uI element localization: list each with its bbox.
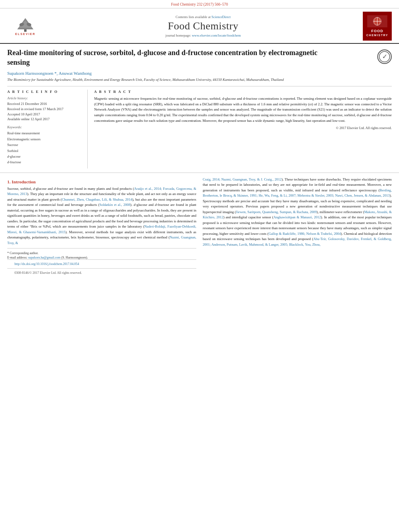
intro-para-right-1: Craig, 2014; Nazmi, Guangnan, Troy, & J.… xyxy=(203,177,392,247)
food-chemistry-badge: FOOD CHEMISTRY xyxy=(363,12,392,41)
elsevier-tree-icon xyxy=(15,17,35,33)
email-suffix: (S. Harnsoongnoen). xyxy=(61,256,88,259)
received-date: Received 21 December 2016 xyxy=(7,101,82,107)
journal-homepage: journal homepage: www.elsevier.com/locat… xyxy=(43,33,363,37)
keyword-4: Sorbitol xyxy=(7,148,82,154)
affiliation-content: The Biomimicry for Sustainable Agricultu… xyxy=(7,78,284,82)
article-history: Article history: Received 21 December 20… xyxy=(7,96,82,122)
keywords-list: Real-time measurement Electromagnetic se… xyxy=(7,130,82,165)
article-info-abstract: A R T I C L E I N F O Article history: R… xyxy=(7,86,392,168)
svg-text:✓: ✓ xyxy=(382,53,387,60)
abstract-text: Magnetic sensing at microwave frequencie… xyxy=(94,96,392,123)
footnote-area: * Corresponding author. E-mail address: … xyxy=(7,248,196,259)
body-right-column: Craig, 2014; Nazmi, Guangnan, Troy, & J.… xyxy=(203,177,392,277)
revised-date: Received in revised form 17 March 2017 xyxy=(7,107,82,112)
journal-header: ELSEVIER Contents lists available at Sci… xyxy=(0,8,399,44)
intro-number: 1. xyxy=(7,179,10,184)
keywords-group: Keywords: Real-time measurement Electrom… xyxy=(7,125,82,165)
email-link[interactable]: supakorn.ha@gmail.com xyxy=(28,256,60,259)
authors-line: Supakorn Harnsoongnoen *, Anuwat Wanthon… xyxy=(7,71,392,76)
affiliation-text: The Biomimicry for Sustainable Agricultu… xyxy=(7,77,392,82)
email-label: E-mail address: xyxy=(7,256,27,259)
fc-badge-svg xyxy=(367,15,387,27)
footer-issn-line: 0308-8146/© 2017 Elsevier Ltd. All right… xyxy=(7,268,196,277)
body-left-column: 1. Introduction Sucrose, sorbitol, d-glu… xyxy=(7,177,196,277)
sciencedirect-link[interactable]: ScienceDirect xyxy=(212,15,231,19)
keywords-label: Keywords: xyxy=(7,125,82,129)
corresponding-note: * Corresponding author. xyxy=(7,251,196,255)
elsevier-logo-area: ELSEVIER xyxy=(7,17,43,35)
crossmark-icon: ✓ xyxy=(378,51,391,63)
journal-name: Food Chemistry xyxy=(43,20,363,32)
article-title-text: Real-time monitoring of sucrose, sorbito… xyxy=(7,49,317,66)
citation-text: Food Chemistry 232 (2017) 566–570 xyxy=(171,2,228,6)
article-title: Real-time monitoring of sucrose, sorbito… xyxy=(7,48,337,68)
fc-badge-image xyxy=(367,15,387,27)
homepage-label: journal homepage: xyxy=(165,33,191,37)
elsevier-text: ELSEVIER xyxy=(15,33,36,35)
email-note: E-mail address: supakorn.ha@gmail.com (S… xyxy=(7,256,196,259)
authors-text: Supakorn Harnsoongnoen *, Anuwat Wanthon… xyxy=(7,71,92,76)
abstract-copyright: © 2017 Elsevier Ltd. All rights reserved… xyxy=(94,126,392,130)
footer-doi-line: http://dx.doi.org/10.1016/j.foodchem.201… xyxy=(7,259,196,268)
keyword-3: Sucrose xyxy=(7,142,82,148)
article-info-label: A R T I C L E I N F O xyxy=(7,90,82,94)
keyword-6: d-fructose xyxy=(7,159,82,165)
corresponding-label: * Corresponding author. xyxy=(7,251,39,255)
abstract-label: A B S T R A C T xyxy=(94,90,392,94)
keyword-2: Electromagnetic sensors xyxy=(7,136,82,142)
abstract-column: A B S T R A C T Magnetic sensing at micr… xyxy=(94,90,392,168)
title-row: Real-time monitoring of sucrose, sorbito… xyxy=(7,48,392,71)
homepage-url[interactable]: www.elsevier.com/locate/foodchem xyxy=(192,33,241,37)
contents-line: Contents lists available at ScienceDirec… xyxy=(43,15,363,19)
journal-header-center: Contents lists available at ScienceDirec… xyxy=(43,15,363,37)
issn-text: 0308-8146/© 2017 Elsevier Ltd. All right… xyxy=(14,271,82,275)
intro-title: Introduction xyxy=(12,179,36,184)
accepted-date: Accepted 10 April 2017 xyxy=(7,112,82,117)
fc-badge-food: FOOD xyxy=(371,29,383,34)
intro-heading: 1. Introduction xyxy=(7,179,196,184)
body-content: 1. Introduction Sucrose, sorbitol, d-glu… xyxy=(0,173,399,281)
intro-para-1: Sucrose, sorbitol, d-glucose and d-fruct… xyxy=(7,186,196,246)
crossmark-badge: ✓ xyxy=(377,49,392,64)
article-info-column: A R T I C L E I N F O Article history: R… xyxy=(7,90,88,168)
doi-link[interactable]: http://dx.doi.org/10.1016/j.foodchem.201… xyxy=(14,262,79,266)
history-label: Article history: xyxy=(7,96,82,100)
main-content: Real-time monitoring of sucrose, sorbito… xyxy=(0,44,399,173)
available-date: Available online 12 April 2017 xyxy=(7,117,82,122)
top-bar: Food Chemistry 232 (2017) 566–570 xyxy=(0,0,399,8)
fc-badge-chemistry: CHEMISTRY xyxy=(366,33,388,37)
contents-label: Contents lists available at xyxy=(176,15,211,19)
keyword-5: d-glucose xyxy=(7,154,82,159)
keyword-1: Real-time measurement xyxy=(7,130,82,136)
